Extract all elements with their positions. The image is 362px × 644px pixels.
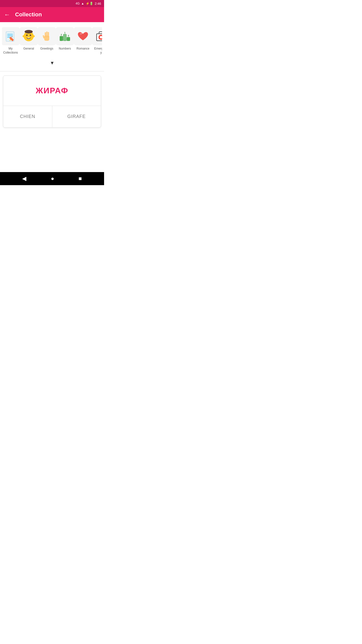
medical-icon (95, 30, 102, 43)
svg-rect-17 (46, 31, 48, 36)
general-icon-wrapper (20, 27, 38, 45)
category-numbers[interactable]: 2 1 3 Numbers (56, 26, 73, 56)
flashcard-option-1[interactable]: CHIEN (3, 106, 52, 127)
app-bar: ← Collection (0, 7, 104, 22)
chevron-down-icon[interactable]: ▾ (51, 60, 54, 66)
svg-text:2: 2 (61, 33, 62, 36)
my-collections-label: My Collections (3, 47, 18, 55)
svg-rect-16 (45, 32, 46, 36)
bottom-nav: ◀ ● ■ (0, 172, 104, 185)
numbers-icon-wrapper: 2 1 3 (56, 27, 74, 45)
svg-rect-21 (60, 36, 63, 41)
svg-rect-31 (100, 36, 102, 38)
categories-row: My Collections (2, 26, 102, 58)
flashcard-option-2-text: GIRAFE (67, 114, 86, 119)
flashcard-option-1-text: CHIEN (20, 114, 35, 119)
status-bar: 4G ▲ ⚡🔋 2:46 (0, 0, 104, 7)
svg-rect-18 (48, 32, 49, 36)
network-icon: 4G (76, 2, 80, 5)
svg-point-8 (26, 34, 28, 36)
nav-back-button[interactable]: ◀ (20, 173, 28, 184)
battery-icon-status: ⚡🔋 (86, 2, 93, 5)
greetings-icon-wrapper (38, 27, 56, 45)
svg-rect-23 (63, 34, 66, 41)
svg-rect-25 (67, 37, 70, 41)
svg-point-12 (23, 35, 25, 37)
pencil-paper-icon (4, 30, 17, 43)
signal-icon: ▲ (81, 2, 84, 5)
flashcard-word: ЖИРАФ (36, 86, 68, 95)
flashcard-options: CHIEN GIRAFE (3, 106, 101, 127)
greetings-label: Greetings (40, 47, 53, 51)
chevron-row: ▾ (2, 58, 102, 69)
flashcard-top: ЖИРАФ (3, 76, 101, 106)
category-my-collections[interactable]: My Collections (2, 26, 19, 56)
svg-point-13 (33, 35, 35, 37)
svg-point-9 (30, 34, 31, 36)
app-bar-title: Collection (15, 11, 42, 18)
flashcard-option-2[interactable]: GIRAFE (52, 106, 101, 127)
romance-icon-wrapper (74, 27, 92, 45)
emergency-label: Emergency (94, 47, 102, 55)
category-general[interactable]: General (20, 26, 37, 56)
main-content: ЖИРАФ CHIEN GIRAFE (0, 71, 104, 172)
category-romance[interactable]: Romance (74, 26, 92, 56)
romance-label: Romance (76, 47, 89, 51)
nav-recents-button[interactable]: ■ (76, 173, 84, 184)
svg-point-14 (25, 30, 33, 33)
nav-home-button[interactable]: ● (49, 173, 56, 184)
category-emergency[interactable]: Emergency (93, 26, 102, 56)
categories-section: My Collections (0, 22, 104, 71)
numbers-label: Numbers (59, 47, 71, 51)
svg-point-11 (31, 36, 32, 37)
time-display: 2:46 (95, 2, 101, 6)
emergency-icon-wrapper (92, 27, 102, 45)
my-collections-icon-wrapper (2, 27, 20, 45)
svg-text:1: 1 (64, 31, 65, 34)
face-icon (22, 30, 35, 43)
numbers-icon: 2 1 3 (58, 30, 71, 43)
flashcard[interactable]: ЖИРАФ CHIEN GIRAFE (3, 75, 101, 128)
heart-icon (76, 30, 89, 43)
general-label: General (23, 47, 34, 51)
svg-text:3: 3 (68, 34, 69, 37)
back-button[interactable]: ← (4, 12, 10, 18)
svg-point-10 (25, 36, 26, 37)
category-greetings[interactable]: Greetings (38, 26, 55, 56)
hand-icon (40, 30, 53, 43)
